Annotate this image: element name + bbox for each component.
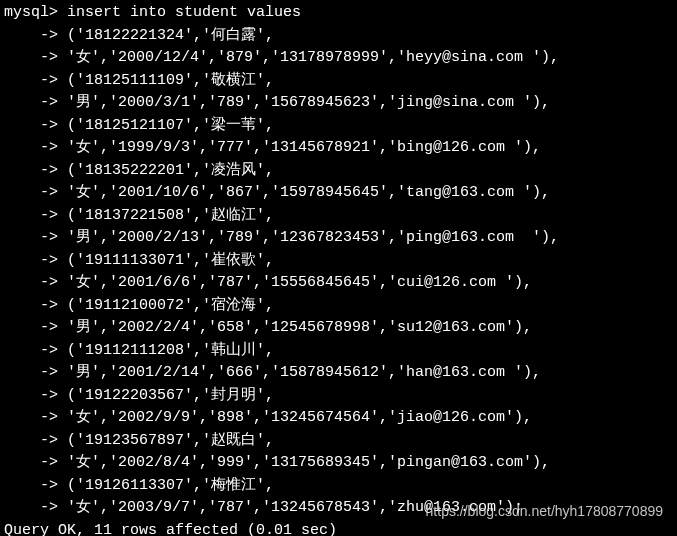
sql-statement-head: mysql> insert into student values (4, 2, 673, 25)
sql-row-5-a: -> ('19111133071','崔依歌', (4, 250, 673, 273)
sql-row-6-a: -> ('19112100072','宿沧海', (4, 295, 673, 318)
sql-row-0-b: -> '女','2000/12/4','879','13178978999','… (4, 47, 673, 70)
sql-row-2-a: -> ('18125121107','梁一苇', (4, 115, 673, 138)
sql-row-8-a: -> ('19122203567','封月明', (4, 385, 673, 408)
query-result-line1: Query OK, 11 rows affected (0.01 sec) (4, 520, 673, 537)
sql-row-3-a: -> ('18135222201','凌浩风', (4, 160, 673, 183)
sql-row-5-b: -> '女','2001/6/6','787','15556845645','c… (4, 272, 673, 295)
sql-row-7-a: -> ('19112111208','韩山川', (4, 340, 673, 363)
sql-row-1-b: -> '男','2000/3/1','789','15678945623','j… (4, 92, 673, 115)
sql-row-10-b: -> '女','2003/9/7','787','13245678543','z… (4, 497, 673, 520)
sql-row-9-b: -> '女','2002/8/4','999','13175689345','p… (4, 452, 673, 475)
sql-row-8-b: -> '女','2002/9/9','898','13245674564','j… (4, 407, 673, 430)
mysql-terminal[interactable]: mysql> insert into student values -> ('1… (0, 0, 677, 536)
sql-row-3-b: -> '女','2001/10/6','867','15978945645','… (4, 182, 673, 205)
sql-row-7-b: -> '男','2001/2/14','666','15878945612','… (4, 362, 673, 385)
sql-row-2-b: -> '女','1999/9/3','777','13145678921','b… (4, 137, 673, 160)
sql-row-10-a: -> ('19126113307','梅惟江', (4, 475, 673, 498)
sql-row-0-a: -> ('18122221324','何白露', (4, 25, 673, 48)
sql-row-4-b: -> '男','2000/2/13','789','12367823453','… (4, 227, 673, 250)
sql-row-1-a: -> ('18125111109','敬横江', (4, 70, 673, 93)
sql-row-4-a: -> ('18137221508','赵临江', (4, 205, 673, 228)
sql-row-9-a: -> ('19123567897','赵既白', (4, 430, 673, 453)
sql-row-6-b: -> '男','2002/2/4','658','12545678998','s… (4, 317, 673, 340)
